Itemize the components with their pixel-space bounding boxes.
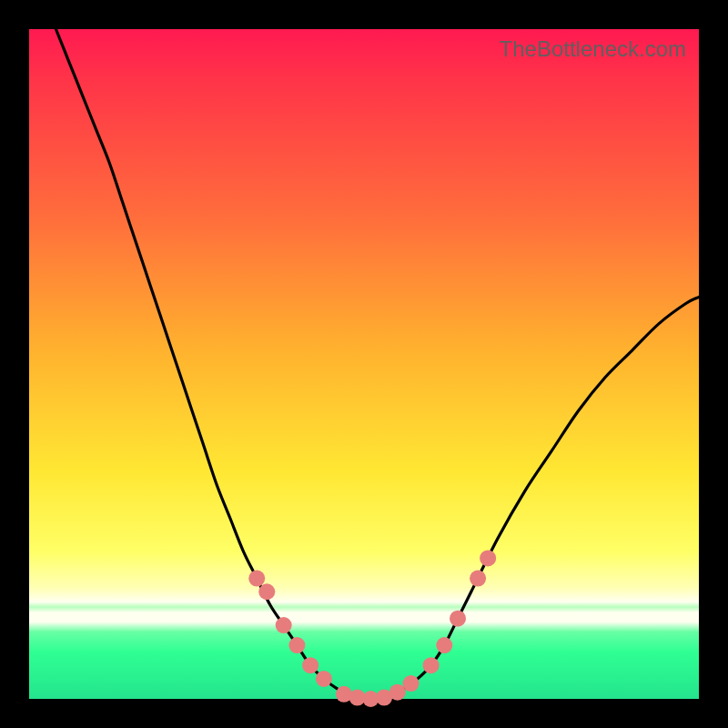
curve-marker bbox=[450, 611, 466, 627]
curve-marker bbox=[316, 671, 332, 687]
curve-marker bbox=[436, 637, 452, 653]
plot-area: TheBottleneck.com bbox=[29, 29, 699, 699]
curve-marker bbox=[389, 684, 406, 701]
chart-frame: TheBottleneck.com bbox=[0, 0, 728, 728]
curve-marker bbox=[302, 657, 318, 673]
curve-marker bbox=[470, 571, 486, 587]
curve-layer bbox=[29, 29, 699, 699]
curve-marker bbox=[258, 583, 275, 600]
curve-marker bbox=[423, 657, 440, 673]
curve-marker bbox=[480, 550, 496, 566]
curve-marker bbox=[276, 617, 292, 633]
curve-markers bbox=[248, 550, 496, 707]
curve-marker bbox=[248, 571, 265, 587]
bottleneck-curve bbox=[56, 29, 699, 699]
curve-marker bbox=[403, 675, 420, 692]
watermark-text: TheBottleneck.com bbox=[500, 36, 686, 62]
curve-marker bbox=[288, 637, 305, 653]
